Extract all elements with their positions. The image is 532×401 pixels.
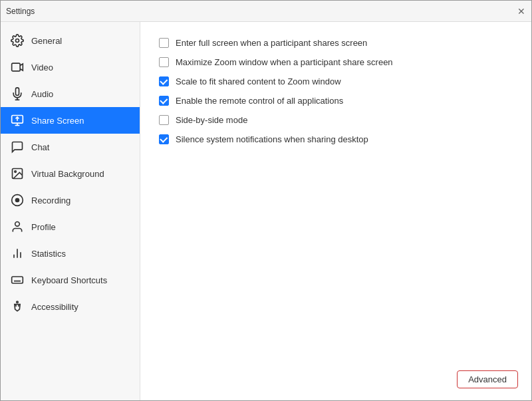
- checkbox-remote-control[interactable]: [159, 96, 169, 106]
- option-fullscreen[interactable]: Enter full screen when a participant sha…: [159, 38, 513, 48]
- sidebar-label-recording: Recording: [31, 196, 70, 205]
- sidebar: General Video: [1, 22, 140, 400]
- option-remote-control[interactable]: Enable the remote control of all applica…: [159, 96, 513, 106]
- audio-icon: [10, 86, 25, 101]
- titlebar-title: Settings: [6, 7, 35, 16]
- main-panel: Enter full screen when a participant sha…: [140, 22, 531, 400]
- sidebar-item-accessibility[interactable]: Accessibility: [1, 293, 140, 320]
- general-icon: [10, 33, 25, 48]
- option-label-scale-fit: Scale to fit shared content to Zoom wind…: [176, 76, 341, 86]
- svg-point-9: [15, 222, 20, 227]
- checkbox-fullscreen[interactable]: [159, 38, 169, 48]
- sidebar-label-virtual-background: Virtual Background: [31, 169, 104, 179]
- sidebar-label-profile: Profile: [31, 222, 56, 232]
- svg-rect-13: [12, 277, 23, 283]
- sidebar-item-share-screen[interactable]: Share Screen: [1, 107, 140, 134]
- main-content: General Video: [1, 22, 531, 400]
- close-button[interactable]: ✕: [517, 7, 526, 16]
- settings-window: Settings ✕ General: [0, 0, 532, 401]
- option-label-remote-control: Enable the remote control of all applica…: [176, 96, 343, 106]
- chat-icon: [10, 140, 25, 154]
- sidebar-label-accessibility: Accessibility: [31, 302, 78, 312]
- option-silence-notifications[interactable]: Silence system notifications when sharin…: [159, 134, 513, 144]
- sidebar-label-video: Video: [31, 63, 53, 72]
- svg-rect-1: [12, 63, 21, 71]
- accessibility-icon: [10, 299, 25, 314]
- sidebar-label-chat: Chat: [31, 142, 49, 152]
- sidebar-label-keyboard-shortcuts: Keyboard Shortcuts: [31, 275, 107, 285]
- video-icon: [10, 60, 25, 74]
- svg-point-0: [16, 39, 19, 43]
- option-label-fullscreen: Enter full screen when a participant sha…: [176, 38, 367, 48]
- option-label-maximize: Maximize Zoom window when a participant …: [176, 57, 393, 67]
- sidebar-label-share-screen: Share Screen: [31, 116, 84, 126]
- svg-point-8: [16, 199, 19, 202]
- checkbox-side-by-side[interactable]: [159, 115, 169, 125]
- sidebar-item-chat[interactable]: Chat: [1, 134, 140, 160]
- profile-icon: [10, 219, 25, 234]
- checkbox-maximize[interactable]: [159, 57, 169, 67]
- titlebar: Settings ✕: [1, 1, 531, 22]
- sidebar-item-recording[interactable]: Recording: [1, 187, 140, 213]
- sidebar-item-keyboard-shortcuts[interactable]: Keyboard Shortcuts: [1, 267, 140, 293]
- option-side-by-side[interactable]: Side-by-side mode: [159, 115, 513, 125]
- sidebar-item-statistics[interactable]: Statistics: [1, 240, 140, 267]
- sidebar-item-audio[interactable]: Audio: [1, 80, 140, 107]
- checkbox-scale-fit[interactable]: [159, 76, 169, 86]
- keyboard-shortcuts-icon: [10, 273, 25, 287]
- sidebar-item-video[interactable]: Video: [1, 54, 140, 80]
- statistics-icon: [10, 246, 25, 261]
- checkbox-silence-notifications[interactable]: [159, 134, 169, 144]
- footer: Advanced: [457, 370, 518, 388]
- virtual-background-icon: [10, 166, 25, 181]
- window-title: Settings: [6, 7, 35, 16]
- options-list: Enter full screen when a participant sha…: [159, 38, 513, 144]
- sidebar-item-virtual-background[interactable]: Virtual Background: [1, 160, 140, 187]
- sidebar-label-audio: Audio: [31, 89, 53, 99]
- sidebar-item-profile[interactable]: Profile: [1, 213, 140, 240]
- recording-icon: [10, 193, 25, 207]
- share-screen-icon: [10, 113, 25, 128]
- option-scale-fit[interactable]: Scale to fit shared content to Zoom wind…: [159, 76, 513, 86]
- sidebar-item-general[interactable]: General: [1, 27, 140, 54]
- option-label-silence-notifications: Silence system notifications when sharin…: [176, 134, 368, 144]
- svg-point-6: [15, 171, 16, 173]
- option-label-side-by-side: Side-by-side mode: [176, 115, 247, 125]
- sidebar-label-statistics: Statistics: [31, 249, 66, 259]
- sidebar-label-general: General: [31, 36, 62, 46]
- option-maximize[interactable]: Maximize Zoom window when a participant …: [159, 57, 513, 67]
- svg-point-14: [17, 301, 19, 303]
- advanced-button[interactable]: Advanced: [457, 370, 518, 388]
